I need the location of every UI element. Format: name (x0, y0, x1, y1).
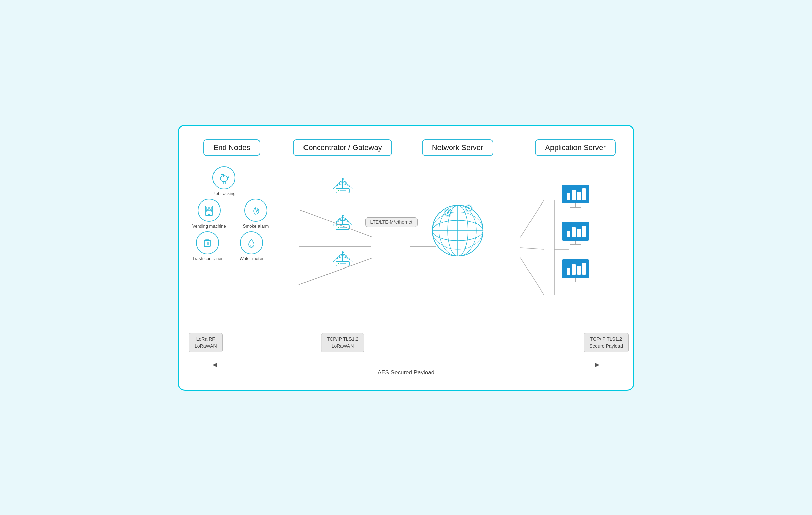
concentrator-protocol: TCP/IP TLS1.2 LoRaWAN (321, 333, 364, 352)
water-meter-icon (240, 231, 263, 254)
svg-rect-80 (582, 263, 586, 275)
end-nodes-header: End Nodes (203, 139, 261, 156)
lte-badge: LTE/LTE-M/ethernet (365, 217, 418, 227)
svg-point-38 (338, 227, 339, 228)
app-server-protocol: TCP/IP TLS1.2 Secure Payload (584, 333, 629, 352)
col-network-server: Network Server (400, 126, 515, 390)
svg-rect-66 (582, 188, 586, 200)
smoke-alarm-label: Smoke alarm (243, 223, 269, 229)
trash-container-label: Trash container (192, 256, 223, 261)
monitor-3 (560, 258, 591, 285)
svg-point-45 (338, 263, 339, 264)
gateway-list (328, 170, 358, 270)
concentrator-header: Concentrator / Gateway (293, 139, 392, 156)
globe-icon (421, 190, 495, 264)
svg-rect-19 (206, 210, 212, 212)
aes-section: AES Secured Payload (179, 363, 633, 376)
arrow-right-head (595, 363, 599, 367)
svg-point-61 (468, 207, 470, 209)
svg-point-31 (338, 190, 339, 191)
svg-rect-78 (572, 264, 576, 275)
svg-point-29 (342, 178, 344, 180)
gateway-2 (328, 206, 358, 233)
col-concentrator: Concentrator / Gateway (285, 126, 400, 390)
svg-rect-79 (577, 266, 581, 275)
svg-rect-72 (577, 229, 581, 237)
water-meter-label: Water meter (240, 256, 264, 261)
pet-tracking-icon (212, 166, 235, 189)
network-server-header: Network Server (422, 139, 494, 156)
aes-label: AES Secured Payload (378, 369, 434, 376)
svg-rect-71 (572, 227, 576, 237)
svg-rect-64 (572, 190, 576, 200)
app-server-header: Application Server (535, 139, 616, 156)
svg-rect-24 (206, 239, 209, 241)
gateway-1 (328, 170, 358, 197)
app-server-monitors (560, 183, 591, 285)
svg-point-36 (342, 215, 344, 217)
pet-tracking-label: Pet tracking (212, 191, 236, 196)
svg-rect-70 (567, 231, 570, 237)
svg-point-43 (342, 251, 344, 253)
vending-machine-label: Vending machine (192, 223, 226, 229)
aes-arrow (213, 363, 599, 367)
col-end-nodes: End Nodes (179, 126, 285, 390)
svg-rect-17 (206, 207, 209, 209)
arrow-left-head (213, 363, 217, 367)
arrow-body (217, 365, 595, 365)
svg-rect-73 (582, 226, 586, 237)
svg-rect-18 (210, 207, 212, 209)
svg-rect-63 (567, 193, 570, 200)
vending-machine-icon (198, 199, 221, 222)
gateway-3 (328, 243, 358, 270)
end-nodes-protocol: LoRa RF LoRaWAN (189, 333, 223, 352)
monitor-2 (560, 220, 591, 248)
columns-layout: End Nodes (179, 126, 633, 390)
smoke-alarm-icon (244, 199, 267, 222)
svg-rect-65 (577, 192, 581, 200)
monitor-1 (560, 183, 591, 210)
col-app-server: Application Server (515, 126, 634, 390)
diagram-container: End Nodes (178, 125, 634, 391)
trash-container-icon (196, 231, 219, 254)
svg-rect-77 (567, 268, 570, 275)
